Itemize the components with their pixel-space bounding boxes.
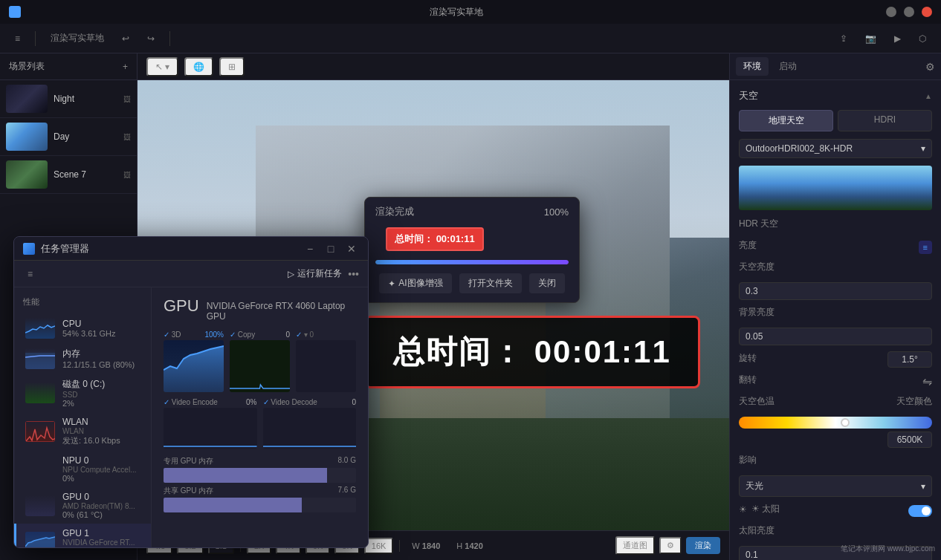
toolbar-export[interactable]: ⬡	[913, 30, 932, 47]
close-btn[interactable]	[922, 7, 932, 17]
sky-type-ground-btn[interactable]: 地理天空	[739, 110, 833, 131]
toolbar-video[interactable]: ▶	[888, 30, 907, 47]
tm-wlan-chart	[25, 421, 55, 442]
hdri-dropdown-icon: ▾	[921, 143, 925, 154]
minimize-btn[interactable]	[886, 7, 896, 17]
toolbar-redo[interactable]: ↪	[141, 30, 161, 47]
tm-gpu-section-name: NVIDIA GeForce RTX 4060 Laptop GPU	[207, 296, 356, 322]
toolbar-undo[interactable]: ↩	[116, 30, 135, 47]
tm-perf-wlan[interactable]: WLAN WLAN 发送: 16.0 Kbps	[14, 412, 151, 451]
tm-disk-val: 2%	[62, 399, 142, 408]
tm-run-task-btn[interactable]: ▷ 运行新任务	[288, 267, 342, 280]
tm-more-btn[interactable]: •••	[348, 268, 359, 280]
scene-item-day[interactable]: Day 🖼	[0, 118, 137, 156]
tm-gpu1-info: GPU 1 NVIDIA GeForce RT... 100% (70 °C)	[62, 528, 142, 547]
big-time-text: 总时间： 00:01:11	[393, 331, 671, 373]
rd-open-folder-btn[interactable]: 打开文件夹	[459, 273, 522, 293]
nav-extra-btn[interactable]: ⊞	[219, 57, 245, 76]
tm-vram-ded-val: 8.0 G	[338, 456, 356, 466]
tm-cpu-name: CPU	[62, 319, 142, 329]
render-button[interactable]: 渲染	[686, 537, 720, 554]
tm-perf-mem[interactable]: 内存 12.1/15.1 GB (80%)	[14, 343, 151, 374]
right-panel-settings-icon[interactable]: ⚙	[925, 61, 935, 73]
toolbar-camera-capture[interactable]: 📷	[859, 30, 882, 47]
flip-icon[interactable]: ⇋	[922, 374, 932, 388]
toolbar-sep-1	[35, 31, 36, 46]
sun-brightness-row: 太阳亮度	[739, 524, 932, 540]
scene-name-s7: Scene 7	[54, 169, 86, 180]
scene-item-s7[interactable]: Scene 7 🖼	[0, 156, 137, 194]
toolbar-menu[interactable]: ≡	[9, 30, 26, 47]
influence-dropdown[interactable]: 天光 ▾	[739, 475, 932, 497]
nav-globe-btn[interactable]: 🌐	[184, 57, 213, 76]
color-temp-thumb[interactable]	[841, 418, 850, 427]
rd-close-btn[interactable]: 关闭	[529, 273, 565, 293]
tm-vencode-chart-area	[164, 408, 257, 449]
scene-icon-night: 🖼	[123, 95, 131, 103]
bb-settings-btn[interactable]: ⚙	[659, 537, 682, 554]
tm-gpu0-thumb	[25, 495, 55, 516]
tm-cpu-chart	[25, 318, 55, 339]
tm-cpu-thumb	[25, 318, 55, 339]
tm-npu-name: NPU 0	[62, 455, 142, 466]
tm-extra-label: ▾ 0	[296, 331, 356, 339]
app-title: 渲染写实草地	[27, 6, 886, 19]
influence-dropdown-icon: ▾	[921, 481, 925, 492]
tm-title: 任务管理器	[41, 242, 303, 255]
tm-disk-chart	[25, 382, 55, 403]
flip-row: 翻转 ⇋	[739, 374, 932, 389]
tm-perf-cpu[interactable]: CPU 54% 3.61 GHz	[14, 313, 151, 343]
tm-chart-vdecode: Video Decode 0	[263, 398, 357, 449]
tm-perf-disk[interactable]: 磁盘 0 (C:) SSD 2%	[14, 374, 151, 412]
flip-label: 翻转	[739, 374, 757, 386]
tm-gpu0-sub: AMD Radeon(TM) 8...	[62, 502, 142, 510]
brightness-icon-btn[interactable]: ≡	[919, 241, 932, 254]
tm-gpu0-val: 0% (61 °C)	[62, 510, 142, 519]
sky-brightness-input[interactable]	[739, 282, 932, 300]
hdri-dropdown[interactable]: OutdoorHDRI002_8K-HDR ▾	[739, 139, 932, 158]
sky-section-header[interactable]: 天空 ▲	[739, 89, 932, 102]
tm-perf-npu[interactable]: NPU 0 NPU Compute Accel... 0%	[14, 451, 151, 487]
tm-perf-gpu0[interactable]: GPU 0 AMD Radeon(TM) 8... 0% (61 °C)	[14, 487, 151, 524]
nav-cursor-btn[interactable]: ↖ ▾	[146, 57, 178, 76]
tm-menu-icon[interactable]: ≡	[23, 266, 37, 282]
maximize-btn[interactable]	[904, 7, 914, 17]
rd-percent: 100%	[544, 206, 569, 218]
tm-wlan-info: WLAN WLAN 发送: 16.0 Kbps	[62, 417, 142, 446]
toolbar-share[interactable]: ⇪	[834, 30, 853, 47]
rd-time-box: 总时间： 00:01:11	[386, 227, 484, 251]
sun-toggle-switch[interactable]	[908, 505, 932, 517]
tm-chart-vencode: Video Encode 0%	[164, 398, 257, 449]
sun-icon: ☀	[739, 504, 747, 515]
big-time-value: 00:01:11	[534, 334, 671, 369]
tm-maximize-btn[interactable]: □	[323, 241, 338, 256]
tm-gpu-header: GPU NVIDIA GeForce RTX 4060 Laptop GPU	[164, 296, 356, 322]
rd-progress-bar	[375, 260, 569, 264]
tm-cpu-info: CPU 54% 3.61 GHz	[62, 319, 142, 338]
scene-item-night[interactable]: Night 🖼	[0, 80, 137, 118]
enhance-label: AI图像增强	[398, 277, 442, 290]
tm-gpu0-info: GPU 0 AMD Radeon(TM) 8... 0% (61 °C)	[62, 492, 142, 519]
tm-close-btn[interactable]: ✕	[344, 241, 359, 256]
scene-list-add[interactable]: +	[123, 62, 128, 72]
toolbar-scene-name[interactable]: 渲染写实草地	[45, 29, 110, 48]
right-panel-content: 天空 ▲ 地理天空 HDRI OutdoorHDRI002_8K-HDR ▾ H…	[730, 80, 941, 560]
influence-value: 天光	[746, 480, 763, 492]
tm-perf-gpu1[interactable]: GPU 1 NVIDIA GeForce RT... 100% (70 °C)	[14, 524, 151, 547]
channel-btn[interactable]: 通道图	[615, 536, 655, 555]
scene-thumb-s7	[6, 160, 48, 189]
tab-environment[interactable]: 环境	[736, 57, 769, 76]
rd-enhance-btn[interactable]: ✦ AI图像增强	[379, 273, 451, 293]
tm-minimize-btn[interactable]: −	[303, 241, 317, 256]
tm-npu-chart	[25, 459, 55, 480]
close-label: 关闭	[538, 277, 556, 290]
tm-gpu1-thumb	[25, 532, 55, 548]
tm-disk-name: 磁盘 0 (C:)	[62, 378, 142, 391]
sky-type-hdri-btn[interactable]: HDRI	[838, 110, 932, 131]
bg-brightness-input[interactable]	[739, 328, 932, 345]
sun-label: ☀ ☀ 太阳	[739, 503, 780, 515]
tab-start[interactable]: 启动	[772, 57, 804, 76]
hdr-sky-label: HDR 天空	[739, 218, 778, 230]
tm-vram-shr-val: 7.6 G	[338, 486, 356, 496]
color-temperature-slider[interactable]	[739, 417, 932, 429]
